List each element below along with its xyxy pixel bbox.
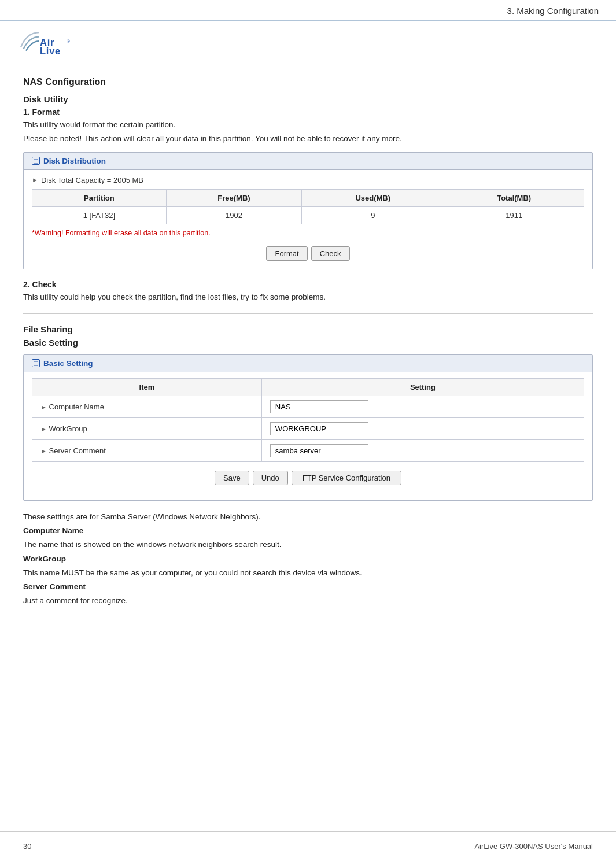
manual-label: AirLive GW-300NAS User's Manual [474, 842, 593, 851]
file-sharing-title: File Sharing [23, 324, 593, 334]
check-number-title: 2. Check [23, 280, 593, 289]
basic-setting-table: Item Setting ► Computer Name [32, 378, 584, 494]
setting-workgroup [261, 417, 584, 439]
disk-panel-header: □ Disk Distribution [24, 153, 592, 170]
capacity-arrow-icon: ► [32, 176, 38, 183]
col-item: Item [32, 378, 262, 396]
airlive-logo: Air Live ® [17, 27, 87, 59]
buttons-cell: Save Undo FTP Service Configuration [32, 461, 584, 494]
table-row: ► Computer Name [32, 396, 584, 417]
arrow-icon: ► [40, 448, 47, 454]
col-used: Used(MB) [302, 189, 444, 206]
cell-used: 9 [302, 206, 444, 224]
disk-panel-icon: □ [32, 157, 40, 165]
table-row: ► Server Comment [32, 439, 584, 461]
format-desc1: This utility would format the certain pa… [23, 119, 593, 131]
note-0: These settings are for Samba Server (Win… [23, 511, 593, 523]
basic-setting-subtitle: Basic Setting [23, 338, 593, 348]
arrow-icon: ► [40, 404, 47, 411]
table-row: ► WorkGroup [32, 417, 584, 439]
basic-panel-title: Basic Setting [43, 359, 93, 368]
note-3: WorkGroup [23, 553, 593, 565]
footer-notes-block: These settings are for Samba Server (Win… [23, 511, 593, 607]
undo-button[interactable]: Undo [253, 471, 288, 485]
note-5: Server Comment [23, 581, 593, 593]
capacity-label: Disk Total Capacity = 2005 MB [41, 176, 143, 184]
save-button[interactable]: Save [215, 471, 249, 485]
partition-table: Partition Free(MB) Used(MB) Total(MB) 1 … [32, 189, 584, 224]
basic-panel-header: □ Basic Setting [24, 355, 592, 372]
col-partition: Partition [32, 189, 167, 206]
page-header: 3. Making Configuration [0, 0, 616, 21]
basic-button-row: Save Undo FTP Service Configuration [40, 466, 576, 490]
chapter-title: 3. Making Configuration [507, 6, 599, 16]
disk-panel-body: ► Disk Total Capacity = 2005 MB Partitio… [24, 170, 592, 269]
logo-area: Air Live ® [0, 21, 616, 65]
item-computer-name: ► Computer Name [32, 396, 262, 417]
section-divider [23, 313, 593, 314]
disk-panel-title: Disk Distribution [43, 157, 106, 165]
page-number: 30 [23, 842, 31, 851]
svg-text:Live: Live [40, 46, 61, 56]
svg-text:®: ® [67, 39, 71, 44]
basic-panel-body: Item Setting ► Computer Name [24, 372, 592, 500]
basic-panel-icon: □ [32, 359, 40, 367]
disk-distribution-panel: □ Disk Distribution ► Disk Total Capacit… [23, 152, 593, 269]
note-6: Just a comment for recognize. [23, 595, 593, 607]
note-4: This name MUST be the same as your compu… [23, 567, 593, 579]
workgroup-input[interactable] [270, 422, 368, 435]
table-row: 1 [FAT32] 1902 9 1911 [32, 206, 584, 224]
setting-computer-name [261, 396, 584, 417]
nas-config-section: NAS Configuration [23, 77, 593, 87]
warning-text: *Warning! Formatting will erase all data… [32, 229, 584, 237]
disk-utility-title: Disk Utility [23, 94, 593, 104]
basic-setting-panel: □ Basic Setting Item Setting ► Computer … [23, 354, 593, 501]
ftp-config-button[interactable]: FTP Service Configuration [292, 471, 401, 485]
arrow-icon: ► [40, 426, 47, 433]
setting-server-comment [261, 439, 584, 461]
item-server-comment: ► Server Comment [32, 439, 262, 461]
check-section: 2. Check This utility could help you che… [23, 280, 593, 303]
page-footer: 30 AirLive GW-300NAS User's Manual [0, 831, 616, 861]
item-workgroup: ► WorkGroup [32, 417, 262, 439]
disk-button-row: Format Check [32, 243, 584, 263]
col-free: Free(MB) [166, 189, 301, 206]
cell-free: 1902 [166, 206, 301, 224]
note-2: The name that is showed on the windows n… [23, 539, 593, 550]
format-desc2: Please be noted! This action will clear … [23, 133, 593, 145]
computer-name-input[interactable] [270, 400, 368, 413]
main-content: NAS Configuration Disk Utility 1. Format… [0, 65, 616, 636]
note-1: Computer Name [23, 525, 593, 537]
col-setting: Setting [261, 378, 584, 396]
cell-total: 1911 [444, 206, 584, 224]
disk-utility-section: Disk Utility 1. Format This utility woul… [23, 94, 593, 145]
check-button[interactable]: Check [311, 246, 350, 261]
col-total: Total(MB) [444, 189, 584, 206]
cell-partition: 1 [FAT32] [32, 206, 167, 224]
format-number-title: 1. Format [23, 108, 593, 117]
capacity-row: ► Disk Total Capacity = 2005 MB [32, 176, 584, 184]
check-desc: This utility could help you check the pa… [23, 291, 593, 303]
format-button[interactable]: Format [266, 246, 307, 261]
nas-config-title: NAS Configuration [23, 77, 593, 87]
server-comment-input[interactable] [270, 444, 368, 457]
file-sharing-section: File Sharing Basic Setting [23, 324, 593, 348]
table-row-buttons: Save Undo FTP Service Configuration [32, 461, 584, 494]
